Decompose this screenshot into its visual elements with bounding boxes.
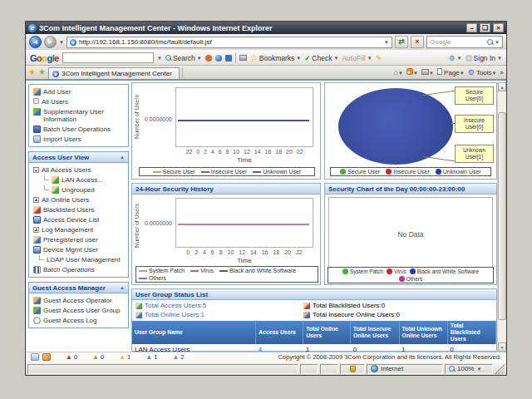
sidebar-item-device-mgmt-user[interactable]: Device Mgmt User [29, 244, 128, 254]
address-field[interactable]: e ▼ [66, 37, 392, 48]
news-icon[interactable] [205, 55, 212, 62]
security-history-panel: 24-Hour Security History Number of Users… [131, 183, 321, 285]
refresh-button[interactable]: ⇄ [395, 36, 408, 48]
print-button[interactable]: ▼ [421, 69, 434, 76]
close-button[interactable]: × [493, 23, 504, 32]
minimize-button[interactable]: – [466, 23, 477, 32]
sidebar-item-guest-access-operator[interactable]: Guest Access Operator [29, 295, 128, 305]
more-toolbar-chevron[interactable]: » [500, 69, 504, 76]
address-dropdown-icon[interactable]: ▼ [384, 40, 389, 45]
total-access-users-link[interactable]: Total Access Users:5 [135, 302, 303, 309]
legend-item: Insecure User [201, 169, 248, 175]
cell-value: 0 [350, 344, 399, 352]
no-data-area: No Data [328, 197, 493, 271]
tab-3com-imc[interactable]: e 3Com Intelligent Management Center [48, 67, 180, 79]
sidebar-item-ldap-user-management[interactable]: LDAP User Management [29, 254, 128, 264]
search-dropdown-icon[interactable]: ▼ [495, 40, 500, 45]
stat-icon [135, 303, 142, 309]
dot-swatch-icon [387, 268, 392, 274]
sign-in-button[interactable]: Sign In▼ [466, 54, 502, 62]
forward-button[interactable]: ► [44, 36, 57, 48]
col-total-unknown-online-users[interactable]: Total Unknown Online Users [399, 321, 447, 344]
collapse-icon[interactable]: ▲ [120, 285, 125, 290]
scroll-up-arrow[interactable]: ▲ [498, 82, 506, 91]
sidebar-item-all-online-users[interactable]: All Online Users [29, 195, 128, 204]
page-icon [437, 68, 442, 75]
user-line-chart-panel: Number of Users 0.0000000 22 0 2 4 6 8 1… [131, 82, 321, 180]
col-total-insecure-online-users[interactable]: Total Insecure Online Users [350, 321, 399, 344]
expand-expander-icon[interactable] [33, 227, 39, 233]
col-user-group-name[interactable]: User Group Name [132, 321, 256, 344]
zoom-pane[interactable]: 100%▼ [445, 364, 493, 374]
feeds-button[interactable]: ▼ [406, 68, 418, 76]
google-search-input[interactable] [62, 52, 154, 63]
add-favorite-icon[interactable]: ★ [38, 68, 46, 76]
x-axis-label: Time [175, 156, 313, 164]
access-user-view-header[interactable]: Access User View▲ [29, 152, 128, 163]
browser-window: e 3Com Intelligent Management Center - W… [25, 21, 507, 376]
total-online-users-link[interactable]: Total Online Users:1 [135, 311, 303, 318]
col-access-users[interactable]: Access Users [256, 321, 303, 344]
scrollbar-thumb[interactable] [498, 112, 506, 320]
sidebar-item-all-access-users[interactable]: All Access Users [29, 165, 128, 175]
alarm-minor[interactable]: ▲1 [119, 353, 131, 361]
alarm-critical[interactable]: ▲0 [66, 353, 77, 361]
url-input[interactable] [79, 38, 382, 46]
chart-legend: System Patch Virus Black and White Softw… [135, 266, 318, 283]
google-search-button[interactable]: Search▼ [165, 54, 202, 62]
col-total-blacklisted-users[interactable]: Total Blacklisted Users [447, 321, 495, 344]
collapse-expander-icon[interactable] [33, 167, 39, 173]
sidebar-item-add-user[interactable]: Add User [29, 86, 128, 96]
alarm-info[interactable]: ▲2 [172, 353, 184, 361]
restore-button[interactable]: ❏ [480, 23, 490, 32]
tools-menu-button[interactable]: ⚙ Tools▼ [468, 68, 497, 76]
browser-search-box[interactable]: Google ▼ [426, 36, 503, 48]
add-gadget-icon[interactable] [225, 55, 232, 62]
alarm-warning[interactable]: ▲1 [145, 353, 157, 361]
user-group-icon [52, 186, 59, 194]
bookmarks-button[interactable]: ☆Bookmarks▼ [250, 54, 301, 62]
guest-access-manager-header[interactable]: Guest Access Manager▲ [29, 283, 128, 293]
cell-access-users-link[interactable]: 4 [256, 344, 303, 352]
sidebar-item-log-management[interactable]: Log Management [29, 224, 128, 234]
resize-grip[interactable] [495, 364, 505, 374]
sidebar-item-batch-operations[interactable]: Batch Operations [29, 264, 128, 274]
search-icon[interactable] [487, 39, 493, 45]
sidebar-item-access-device-list[interactable]: Access Device List [29, 214, 128, 224]
sidebar-item-guest-access-log[interactable]: Guest Access Log [29, 315, 128, 325]
toolbar-wrench-button[interactable]: ⚙▼ [449, 54, 462, 62]
expand-expander-icon[interactable] [33, 197, 39, 203]
sidebar-item-lan-access[interactable]: LAN Access... [29, 175, 128, 185]
legend-item: Others [399, 276, 423, 282]
col-total-online-users[interactable]: Total Online Users [303, 321, 351, 344]
check-button[interactable]: ✓Check▼ [304, 54, 338, 62]
alarm-major[interactable]: ▲0 [92, 353, 104, 361]
scroll-down-arrow[interactable]: ▼ [498, 342, 506, 352]
nav-dropdown-icon[interactable]: ▼ [59, 40, 64, 45]
sidebar: Add User All Users Supplementary User In… [26, 82, 130, 352]
favorites-icon[interactable]: ★ [28, 68, 36, 76]
collapse-icon[interactable]: ▲ [120, 155, 125, 160]
google-input-dropdown-icon[interactable]: ▼ [157, 56, 162, 61]
home-button[interactable]: ⌂▼ [394, 68, 403, 76]
page-menu-button[interactable]: Page▼ [437, 68, 465, 76]
sidebar-item-preregistered-user[interactable]: Preregistered user [29, 234, 128, 244]
stat-icon [303, 303, 310, 309]
zoom-icon [449, 366, 455, 372]
sidebar-item-supplementary-user-info[interactable]: Supplementary User Information [29, 106, 128, 124]
back-button[interactable]: ◄ [29, 36, 42, 48]
alarm-panel-icon[interactable] [31, 353, 39, 361]
send-to-icon[interactable] [239, 55, 247, 61]
autofill-button[interactable]: AutoFill▼ [342, 54, 372, 62]
sidebar-item-ungrouped[interactable]: Ungrouped [29, 185, 128, 195]
stop-button[interactable]: × [411, 36, 424, 48]
vertical-scrollbar[interactable]: ▲ ▼ [497, 82, 506, 352]
alarm-hand-icon[interactable] [42, 353, 51, 361]
translate-icon[interactable] [215, 55, 222, 62]
sidebar-item-batch-user-operations[interactable]: Batch User Operations [29, 124, 128, 134]
sidebar-item-guest-access-user-group[interactable]: Guest Access User Group [29, 305, 128, 315]
sidebar-item-all-users[interactable]: All Users [29, 96, 128, 106]
sidebar-item-import-users[interactable]: Import Users [29, 134, 128, 144]
sidebar-item-blacklisted-users[interactable]: Blacklisted Users [29, 204, 128, 214]
highlighter-icon[interactable]: ✎ [376, 54, 382, 62]
